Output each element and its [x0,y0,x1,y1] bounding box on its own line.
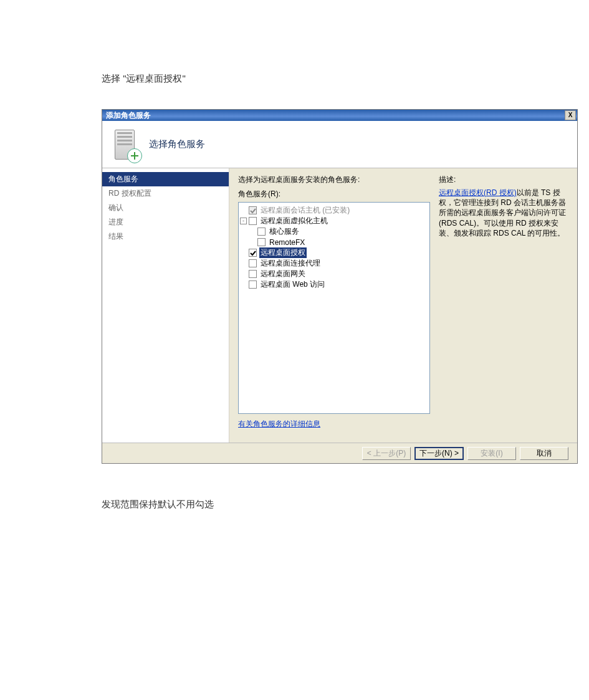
tree-item-remotefx[interactable]: RemoteFX [240,237,428,247]
wizard-window: 添加角色服务 X 选择角色服务 角色服务 RD 授权配置 确认 进度 结果 选择… [102,109,578,464]
doc-instruction-2: 发现范围保持默认不用勾选 [102,499,214,511]
checkbox-icon[interactable] [249,217,257,225]
tree-item-core-services[interactable]: 核心服务 [240,226,428,237]
doc-instruction-1: 选择 "远程桌面授权" [102,73,186,85]
tree-item-label: RemoteFX [268,238,306,247]
checkbox-icon[interactable] [257,238,266,246]
tree-item-label: 远程桌面网关 [259,269,307,279]
wizard-footer: < 上一步(P) 下一步(N) > 安装(I) 取消 [102,443,577,463]
tree-item-rd-licensing[interactable]: 远程桌面授权 [240,247,428,258]
checkbox-icon[interactable] [249,249,257,257]
tree-label: 角色服务(R): [238,189,430,199]
checkbox-icon[interactable] [257,228,266,236]
wizard-sidebar: 角色服务 RD 授权配置 确认 进度 结果 [102,168,229,443]
tree-item-session-host: 远程桌面会话主机 (已安装) [240,205,428,216]
description-text: 远程桌面授权(RD 授权)以前是 TS 授权，它管理连接到 RD 会话主机服务器… [439,188,568,238]
tree-item-gateway[interactable]: 远程桌面网关 [240,269,428,279]
description-link[interactable]: 远程桌面授权(RD 授权) [439,188,517,197]
tree-item-label: 远程桌面虚拟化主机 [259,216,329,226]
install-button[interactable]: 安装(I) [467,447,516,460]
tree-item-label: 远程桌面授权 [259,247,307,258]
role-services-tree[interactable]: 远程桌面会话主机 (已安装) - 远程桌面虚拟化主机 核心服务 [238,202,430,414]
server-plus-icon [113,128,140,161]
tree-item-label: 远程桌面连接代理 [259,258,322,269]
details-link[interactable]: 有关角色服务的详细信息 [238,420,320,428]
next-button[interactable]: 下一步(N) > [414,447,464,460]
wizard-header-title: 选择角色服务 [149,138,205,150]
wizard-content: 选择为远程桌面服务安装的角色服务: 角色服务(R): 远程桌面会话主机 (已安装… [229,168,577,443]
description-heading: 描述: [439,175,568,185]
tree-item-virtualization-host[interactable]: - 远程桌面虚拟化主机 [240,216,428,226]
sidebar-item-results[interactable]: 结果 [102,229,229,244]
tree-item-label: 核心服务 [268,226,300,237]
close-icon: X [568,112,573,118]
cancel-button[interactable]: 取消 [520,447,568,460]
sidebar-item-role-services[interactable]: 角色服务 [102,172,229,186]
description-column: 描述: 远程桌面授权(RD 授权)以前是 TS 授权，它管理连接到 RD 会话主… [439,175,568,436]
sidebar-item-progress[interactable]: 进度 [102,215,229,229]
sidebar-item-rd-license-config[interactable]: RD 授权配置 [102,186,229,201]
expander-minus-icon[interactable]: - [240,218,247,224]
checkbox-icon [249,206,257,214]
wizard-header: 选择角色服务 [102,121,577,168]
content-main-column: 选择为远程桌面服务安装的角色服务: 角色服务(R): 远程桌面会话主机 (已安装… [238,175,430,436]
tree-item-label: 远程桌面 Web 访问 [259,279,326,290]
tree-item-web-access[interactable]: 远程桌面 Web 访问 [240,279,428,290]
previous-button[interactable]: < 上一步(P) [362,447,411,460]
checkbox-icon[interactable] [249,280,257,289]
wizard-body: 角色服务 RD 授权配置 确认 进度 结果 选择为远程桌面服务安装的角色服务: … [102,168,577,443]
sidebar-item-confirm[interactable]: 确认 [102,201,229,215]
tree-item-label: 远程桌面会话主机 (已安装) [259,205,351,216]
checkbox-icon[interactable] [249,259,257,267]
window-title: 添加角色服务 [106,110,151,121]
close-button[interactable]: X [565,110,576,120]
title-bar: 添加角色服务 X [102,110,577,121]
instruction-text: 选择为远程桌面服务安装的角色服务: [238,175,430,185]
checkbox-icon[interactable] [249,270,257,278]
details-link-row: 有关角色服务的详细信息 [238,419,430,429]
tree-item-connection-broker[interactable]: 远程桌面连接代理 [240,258,428,269]
